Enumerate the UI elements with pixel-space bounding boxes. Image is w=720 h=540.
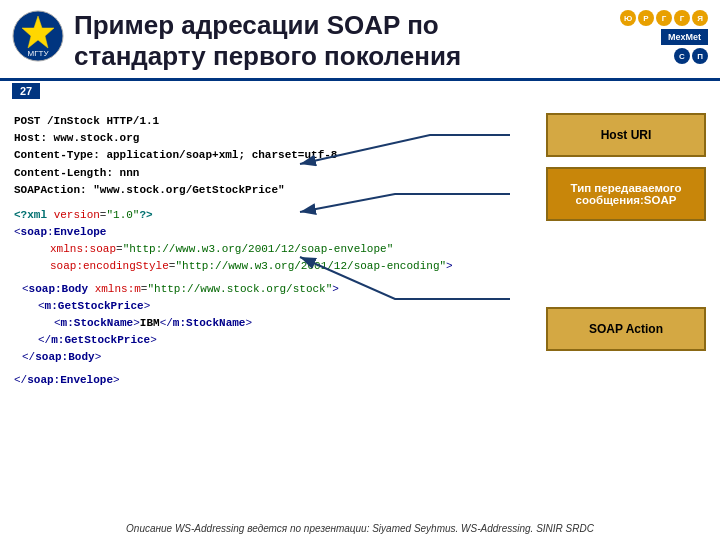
http-line-2: Host: www.stock.org — [14, 130, 536, 147]
logo: МГТУ — [12, 10, 64, 62]
badge-top-row: Ю Р Г Г Я — [620, 10, 708, 26]
badge-s: С — [674, 48, 690, 64]
soap-message-type-label: Тип передаваемого сообщения:SOAP — [546, 167, 706, 221]
xml-line-envelope-close: </soap:Envelope> — [14, 372, 536, 389]
http-line-4: Content-Length: nnn — [14, 165, 536, 182]
header-divider — [0, 78, 720, 81]
badge-r: Р — [638, 10, 654, 26]
badge-p: П — [692, 48, 708, 64]
slide-number: 27 — [12, 83, 40, 99]
http-line-5: SOAPAction: "www.stock.org/GetStockPrice… — [14, 182, 536, 199]
badge-g2: Г — [674, 10, 690, 26]
badge-ya: Я — [692, 10, 708, 26]
footer: Описание WS-Addressing ведется по презен… — [0, 523, 720, 534]
soap-action-label: SOAP Action — [546, 307, 706, 351]
header: МГТУ Пример адресации SOAP по стандарту … — [0, 0, 720, 78]
badge-yu: Ю — [620, 10, 636, 26]
right-panel: Host URI Тип передаваемого сообщения:SOA… — [536, 113, 706, 389]
http-line-1: POST /InStock HTTP/1.1 — [14, 113, 536, 130]
host-uri-label: Host URI — [546, 113, 706, 157]
xml-line-encoding: soap:encodingStyle="http://www.w3.org/20… — [14, 258, 536, 275]
xml-line-envelope-open: <soap:Envelope — [14, 224, 536, 241]
main-content: POST /InStock HTTP/1.1 Host: www.stock.o… — [0, 109, 720, 393]
xml-line-body-close: </soap:Body> — [14, 349, 536, 366]
http-headers: POST /InStock HTTP/1.1 Host: www.stock.o… — [14, 113, 536, 198]
badge-bottom-row: С П — [674, 48, 708, 64]
xml-block: <?xml version="1.0"?> <soap:Envelope xml… — [14, 207, 536, 389]
xml-line-getstockprice-open: <m:GetStockPrice> — [14, 298, 536, 315]
badge-area: Ю Р Г Г Я MexMet С П — [620, 10, 708, 64]
badge-g1: Г — [656, 10, 672, 26]
xml-line-stockname: <m:StockName>IBM</m:StockName> — [14, 315, 536, 332]
mexmet-logo: MexMet — [661, 29, 708, 45]
xml-line-xmlns: xmlns:soap="http://www.w3.org/2001/12/so… — [14, 241, 536, 258]
svg-text:МГТУ: МГТУ — [28, 49, 50, 58]
page-title: Пример адресации SOAP по стандарту перво… — [74, 10, 610, 72]
xml-line-getstockprice-close: </m:GetStockPrice> — [14, 332, 536, 349]
code-block: POST /InStock HTTP/1.1 Host: www.stock.o… — [14, 113, 536, 389]
xml-line-pi: <?xml version="1.0"?> — [14, 207, 536, 224]
http-line-3: Content-Type: application/soap+xml; char… — [14, 147, 536, 164]
xml-line-body-open: <soap:Body xmlns:m="http://www.stock.org… — [14, 281, 536, 298]
